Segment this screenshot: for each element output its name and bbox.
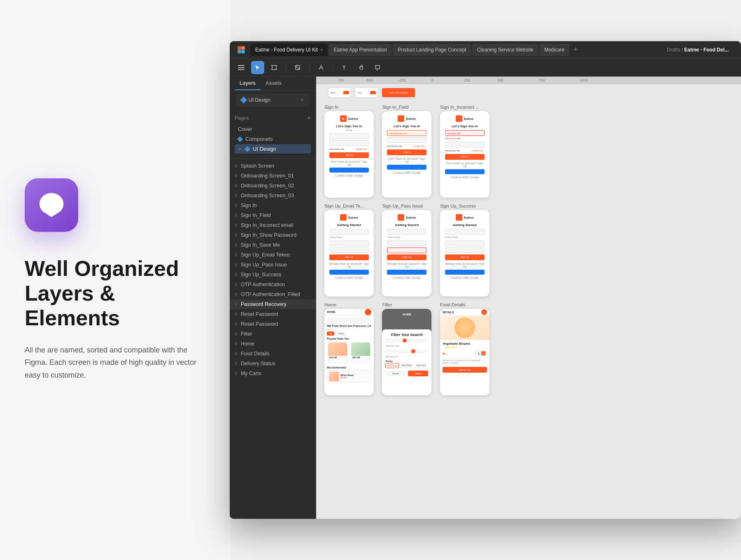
hash-icon: # <box>235 262 238 268</box>
google-text-3: Continue With Google <box>443 175 487 180</box>
hash-icon: # <box>235 252 238 258</box>
layer-delivery-status[interactable]: # Delivery Status <box>230 359 316 369</box>
home-nav-text: HOME <box>327 310 336 313</box>
layer-signup-email[interactable]: # Sign Up_Email Teken <box>230 250 316 260</box>
close-icon[interactable]: × <box>320 47 323 52</box>
rec-food-img <box>329 371 339 381</box>
password-input-mini-3 <box>445 142 485 147</box>
layer-filter[interactable]: # Filter <box>230 329 316 339</box>
canvas-area[interactable]: -750 -500 -250 0 250 500 750 1000 End <box>316 77 741 519</box>
su-google-text-2: Continue With Google <box>384 275 429 280</box>
pen-tool[interactable] <box>315 61 328 74</box>
svg-rect-5 <box>238 65 245 66</box>
layer-food-details[interactable]: # Food Details <box>230 349 316 359</box>
qty-plus: + <box>481 351 485 355</box>
forgot-label-3: Forgot Pas... <box>471 149 485 152</box>
layer-otp-filled[interactable]: # OTP Authentication_Filled <box>230 289 316 299</box>
su-facebook-btn-1 <box>329 270 369 275</box>
layer-otp[interactable]: # OTP Authentication <box>230 280 316 289</box>
category-all-text: All <box>329 332 332 335</box>
tab-medicare[interactable]: Medicare <box>539 44 569 56</box>
tab-cleaning[interactable]: Cleaning Service Website <box>472 44 538 56</box>
shape-tool[interactable] <box>291 61 304 74</box>
filter-apply-btn: Apply <box>408 371 428 376</box>
page-label: UI Design <box>253 146 276 152</box>
layer-home[interactable]: # Home <box>230 339 316 349</box>
hash-icon: # <box>235 222 238 228</box>
tab-landing[interactable]: Product Landing Page Concept <box>393 44 471 56</box>
food-circle-img <box>454 317 475 338</box>
su-facebook-btn-2 <box>387 270 426 275</box>
layer-onboarding-02[interactable]: # Onboarding Screen_02 <box>230 181 316 191</box>
layer-onboarding-01[interactable]: # Onboarding Screen_01 <box>230 171 316 181</box>
sign-in-btn-text: Sign In <box>329 152 369 156</box>
add-page-button[interactable]: + <box>307 114 311 122</box>
search-bar-home <box>327 317 371 323</box>
layer-reset-pw-1[interactable]: # Reset Password <box>230 309 316 319</box>
layer-reset-pw-2[interactable]: # Reset Password <box>230 319 316 329</box>
forgot-label: Forgot Pas... <box>356 148 369 150</box>
filter-frame-group: Filter HOME Filter Your Search <box>382 302 431 395</box>
hash-icon: # <box>235 212 238 218</box>
layer-onboarding-03[interactable]: # Onboarding Screen_03 <box>230 191 316 201</box>
su-google-text-1: Continue With Google <box>327 275 371 280</box>
layer-label: Onboarding Screen_02 <box>241 183 294 189</box>
email-value: alex@gmail.com <box>387 131 426 136</box>
ui-design-badge[interactable]: UI Design <box>236 94 309 106</box>
page-componets[interactable]: Componets <box>235 134 311 144</box>
su-have-account-1: Already have an account? Sign Up <box>327 261 371 269</box>
assets-tab[interactable]: Assets <box>261 77 287 90</box>
menu-button[interactable] <box>235 61 248 74</box>
layer-sign-in-incorrect[interactable]: # Sign In_Incorrect email <box>230 220 316 230</box>
layer-sign-in-save[interactable]: # Sign In_Save Me <box>230 240 316 250</box>
layer-signup-success[interactable]: # Sign Up_Success <box>230 270 316 280</box>
sign-in-title: Let's Sign You In <box>327 124 371 129</box>
text-tool[interactable]: T <box>338 61 351 74</box>
layers-tab[interactable]: Layers <box>235 77 261 90</box>
comment-tool[interactable] <box>371 61 384 74</box>
layer-sign-in-show-pw[interactable]: # Sign In_Show Password <box>230 230 316 240</box>
category-food-text: Food <box>338 332 344 335</box>
page-ui-design[interactable]: UI Design <box>235 144 311 154</box>
home-content: HOME 985 Float Street San Francisco, CA … <box>324 309 374 384</box>
food-cards-row: $10.99 $23.99 <box>327 341 371 364</box>
layer-password-recovery[interactable]: # Password Recovery <box>230 299 316 309</box>
eatme-name-su3: Eatme <box>464 216 474 219</box>
su-signup-btn-text-3: Sign Up <box>445 254 485 258</box>
layer-signup-pass[interactable]: # Sign Up_Pass Issue <box>230 260 316 270</box>
layer-label: Filter <box>241 331 252 337</box>
food-price-2: $23.99 <box>351 356 370 359</box>
main-area: Layers Assets UI Design Pages + <box>230 77 741 519</box>
layer-label: Sign In_Incorrect email <box>241 222 294 228</box>
su-pw-input-3 <box>445 247 485 253</box>
tab-label: Product Landing Page Concept <box>398 47 466 53</box>
layer-label: Reset Password <box>241 321 278 327</box>
eatme-icon-su3 <box>456 214 462 221</box>
filter-sheet: Filter Your Search Delivery Time Deliver… <box>382 329 431 395</box>
title-bar: Eatme - Food Delivery UI Kit × Eatme App… <box>230 41 741 58</box>
food-card-2: $23.99 <box>351 342 370 364</box>
add-tab-button[interactable]: + <box>570 44 581 55</box>
diamond-icon <box>240 97 247 104</box>
layer-splash-screen[interactable]: # Splash Screen <box>230 161 316 171</box>
select-tool[interactable] <box>251 61 264 74</box>
tab-eatme[interactable]: Eatme - Food Delivery UI Kit × <box>250 44 328 56</box>
layer-sign-in[interactable]: # Sign In <box>230 201 316 210</box>
details-cart-icon: 1 <box>481 309 487 315</box>
horizontal-ruler: -750 -500 -250 0 250 500 750 1000 <box>316 77 741 84</box>
su-name-input-2 <box>387 240 426 246</box>
frame-tool[interactable] <box>268 61 281 74</box>
eatme-header-2: Eatme <box>384 114 429 124</box>
layer-sign-in-field[interactable]: # Sign In_Field <box>230 210 316 220</box>
tab-presentation[interactable]: Eatme App Presentation <box>329 44 391 56</box>
signup-pass-frame-group: Sign Up_Pass Issue Eatme Getting Started… <box>382 203 431 296</box>
hand-tool[interactable] <box>354 61 368 74</box>
page-cover[interactable]: Cover <box>235 124 311 134</box>
eatme-header-su1: Eatme <box>327 212 371 222</box>
top-mini-frame-2: Yes <box>355 88 378 97</box>
hash-icon: # <box>235 331 238 337</box>
layer-my-carts[interactable]: # My Carts <box>230 369 316 378</box>
sign-in-row: Sign In E Eatme Let's Sign You In <box>324 105 489 198</box>
filter-sheet-title: Filter Your Search <box>385 333 428 337</box>
hash-icon: # <box>235 301 238 307</box>
